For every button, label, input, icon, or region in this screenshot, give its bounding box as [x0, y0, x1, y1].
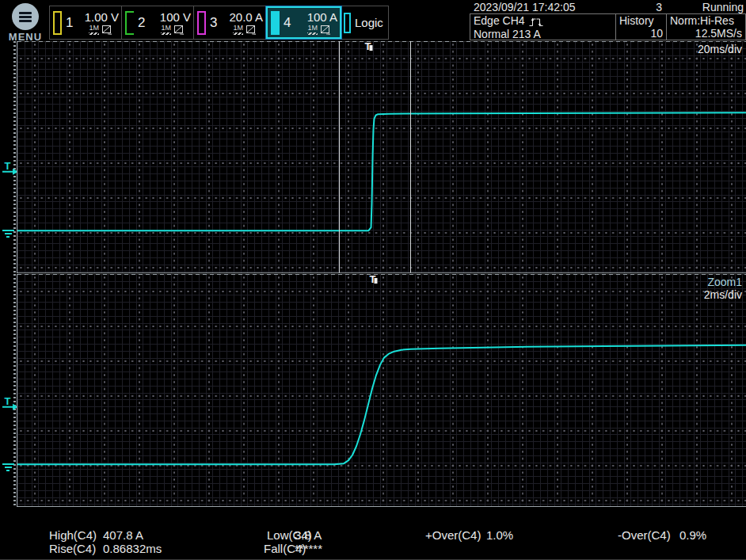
zoom1-title: Zoom1 — [704, 276, 742, 288]
channel-3-box[interactable]: 3 20.0 A 1M — [194, 6, 266, 39]
meas-pover-label: +Over(C4) — [425, 528, 481, 542]
meas-high-label: High(C4) — [49, 528, 97, 542]
acquisition-count: 3 — [656, 1, 662, 13]
meas-rise-value: 0.86832ms — [103, 542, 162, 555]
zoom-ground-marker — [2, 463, 14, 473]
channel-3-scale: 20.0 A — [229, 11, 263, 23]
channel-1-scale: 1.00 V — [85, 11, 119, 23]
status-boxes: Edge CH4 Normal 213 A History 10 Norm:Hi… — [470, 13, 746, 40]
trigger-info-box[interactable]: Edge CH4 Normal 213 A — [470, 14, 615, 40]
channel-2-box[interactable]: 2 100 V 1M — [122, 6, 194, 39]
channel-4-indicator-icon — [271, 11, 280, 35]
meas-nover-label: -Over(C4) — [618, 528, 671, 542]
zoom-waveform-area[interactable]: T Zoom1 2ms/div — [17, 274, 746, 507]
main-timebase-label: 20ms/div — [698, 43, 742, 55]
menu-button[interactable]: MENU — [6, 3, 44, 40]
channel-3-number: 3 — [210, 15, 217, 31]
meas-low-value: 3.8 A — [295, 528, 322, 542]
channel-3-indicator-icon — [197, 11, 206, 35]
probe-attenuation-icon — [246, 25, 257, 35]
trigger-slope-icons — [529, 15, 543, 28]
logic-channel-box[interactable]: Logic — [341, 6, 388, 39]
zoom-timebase-label: 2ms/div — [704, 288, 742, 301]
channel-4-box-selected[interactable]: 4 100 A 1M — [266, 6, 341, 39]
main-plot-row: T T 20ms/div — [0, 41, 746, 273]
probe-attenuation-icon — [321, 25, 331, 35]
rising-edge-icon — [529, 17, 536, 27]
zoom-plot-row: T T Zoom1 2ms/div — [0, 274, 746, 507]
main-ground-marker — [2, 230, 14, 239]
impedance-1M-icon: 1M — [89, 25, 99, 35]
meas-high-value: 407.8 A — [103, 528, 143, 542]
status-area: 2023/09/21 17:42:05 3 Running Edge CH4 N… — [470, 0, 746, 40]
meas-nover-value: 0.9% — [679, 528, 706, 542]
ch4-waveform-main — [17, 41, 746, 272]
main-trigger-level-marker[interactable]: T — [2, 161, 13, 173]
datetime: 2023/09/21 17:42:05 — [474, 1, 575, 13]
channel-4-number: 4 — [284, 15, 291, 31]
history-label: History — [619, 14, 663, 27]
top-bar: MENU 1 1.00 V 1M 2 — [0, 0, 746, 41]
meas-fall-value: ****** — [295, 542, 322, 555]
trigger-mode: Edge CH4 — [474, 14, 525, 27]
impedance-1M-icon: 1M — [233, 25, 243, 35]
record-mode: Norm:Hi-Res — [670, 14, 742, 27]
trigger-setting: Normal 213 A — [474, 28, 612, 40]
main-trigger-position-marker[interactable]: T — [363, 41, 372, 51]
channel-1-box[interactable]: 1 1.00 V 1M — [50, 6, 122, 39]
probe-attenuation-icon — [102, 25, 112, 35]
zoom-trigger-position-marker[interactable]: T — [368, 274, 377, 284]
channel-1-number: 1 — [66, 15, 73, 31]
meas-pover-value: 1.0% — [486, 528, 513, 542]
logic-indicator-icon — [344, 13, 351, 33]
history-value: 10 — [619, 27, 663, 40]
oscilloscope-screen: MENU 1 1.00 V 1M 2 — [0, 0, 746, 560]
run-state: Running — [702, 1, 744, 13]
probe-attenuation-icon — [174, 25, 185, 35]
channel-2-indicator-icon — [125, 11, 134, 35]
channel-4-scale: 100 A — [307, 11, 337, 23]
channel-1-indicator-icon — [53, 11, 62, 35]
zoom-window-right-line[interactable] — [410, 41, 411, 272]
falling-edge-icon — [536, 17, 543, 27]
channel-2-number: 2 — [138, 15, 145, 31]
sample-rate: 12.5MS/s — [670, 27, 742, 40]
history-box[interactable]: History 10 — [615, 14, 666, 40]
impedance-1M-icon: 1M — [307, 25, 318, 35]
zoom-trigger-level-marker[interactable]: T — [2, 396, 13, 408]
channel-bar: 1 1.00 V 1M 2 100 V 1M — [49, 6, 389, 40]
ch4-waveform-zoom1 — [17, 274, 746, 506]
impedance-1M-icon: 1M — [161, 25, 171, 35]
hamburger-menu-icon — [12, 3, 39, 30]
measurement-bar: High(C4) 407.8 A Rise(C4) 0.86832ms Low(… — [0, 508, 746, 560]
channel-2-scale: 100 V — [160, 11, 191, 23]
meas-rise-label: Rise(C4) — [49, 542, 96, 555]
main-waveform-area[interactable]: T 20ms/div — [17, 41, 746, 273]
logic-label: Logic — [355, 16, 383, 29]
record-mode-box[interactable]: Norm:Hi-Res 12.5MS/s — [666, 14, 745, 40]
zoom-window-left-line[interactable] — [339, 41, 340, 272]
